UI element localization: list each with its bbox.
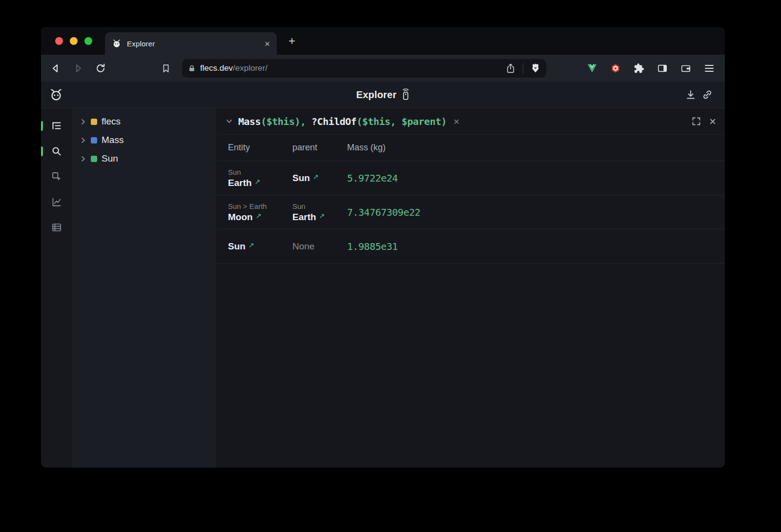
browser-tab[interactable]: Explorer × [105, 32, 277, 55]
url-domain: flecs.dev [200, 63, 233, 73]
inspector-panel-icon[interactable] [45, 164, 68, 189]
active-indicator [41, 146, 43, 156]
tree-item-label: Mass [102, 135, 123, 145]
browser-window: Explorer × + flecs.dev/explorer/ [41, 27, 725, 468]
share-icon[interactable] [506, 63, 515, 74]
url-path: /explorer/ [233, 63, 267, 73]
chevron-right-icon[interactable] [81, 119, 85, 125]
bookmark-button[interactable] [158, 60, 174, 77]
entity-link[interactable]: Sun ↗ [292, 173, 347, 184]
zoom-window-button[interactable] [84, 37, 92, 45]
chart-panel-icon[interactable] [45, 189, 68, 215]
parent-none: None [292, 241, 347, 252]
query-expression[interactable]: Mass($this), ?ChildOf($this, $parent) [238, 116, 447, 127]
link-icon[interactable] [700, 88, 714, 102]
entity-cell: Sun Earth ↗ [228, 168, 292, 188]
tab-strip: Explorer × + [41, 27, 725, 55]
column-header-entity: Entity [228, 143, 292, 153]
flecs-favicon [112, 39, 122, 48]
extensions-area [584, 60, 718, 77]
table-header: Entity parent Mass (kg) [217, 135, 725, 161]
mass-value: 5.9722e24 [347, 172, 725, 184]
forward-button[interactable] [70, 60, 86, 77]
external-link-icon[interactable]: ↗ [313, 173, 319, 181]
table-row: Sun ↗ None 1.9885e31 [217, 229, 725, 264]
header-actions [683, 88, 717, 102]
table-row: Sun Earth ↗ Sun ↗ 5.9722e24 [217, 161, 725, 195]
external-link-icon[interactable]: ↗ [255, 178, 261, 185]
entity-link[interactable]: Sun ↗ [228, 241, 292, 252]
close-panel-icon[interactable]: × [709, 116, 716, 127]
query-panel: Mass($this), ?ChildOf($this, $parent) × … [217, 108, 725, 468]
column-header-parent: parent [292, 143, 347, 153]
entity-link[interactable]: Moon ↗ [228, 212, 292, 223]
new-tab-button[interactable]: + [285, 34, 299, 48]
tree-item-mass[interactable]: Mass [72, 131, 217, 149]
entity-path: Sun > Earth [228, 202, 292, 210]
vue-extension-icon[interactable] [584, 60, 600, 77]
chevron-right-icon[interactable] [81, 156, 85, 162]
search-panel-icon[interactable] [45, 139, 68, 164]
tree-item-flecs[interactable]: flecs [72, 112, 217, 131]
external-link-icon[interactable]: ↗ [319, 212, 325, 220]
fullscreen-icon[interactable] [692, 117, 701, 126]
entity-path: Sun [292, 202, 347, 210]
external-link-icon[interactable]: ↗ [248, 241, 254, 249]
mass-cell: 1.9885e31 [347, 241, 725, 252]
mass-cell: 5.9722e24 [347, 172, 725, 184]
browser-toolbar: flecs.dev/explorer/ [41, 55, 725, 82]
page-title: Explorer [356, 89, 410, 101]
explorer-header: Explorer [41, 82, 725, 108]
reload-button[interactable] [92, 60, 109, 77]
entity-color-swatch [91, 119, 97, 125]
entity-tree-panel: flecs Mass Sun [72, 108, 217, 468]
brave-shield-icon[interactable] [531, 62, 540, 74]
external-link-icon[interactable]: ↗ [256, 212, 262, 220]
page-title-text: Explorer [356, 89, 397, 101]
tree-panel-icon[interactable] [45, 113, 68, 139]
minimize-window-button[interactable] [70, 37, 78, 45]
lock-icon[interactable] [188, 64, 196, 72]
traffic-lights [55, 37, 92, 45]
mass-value: 1.9885e31 [347, 241, 725, 252]
extensions-puzzle-icon[interactable] [631, 60, 647, 77]
parent-cell: Sun ↗ [292, 173, 347, 184]
mass-value: 7.34767309e22 [347, 206, 725, 218]
entity-color-swatch [91, 137, 97, 143]
table-row: Sun > Earth Moon ↗ Sun Earth ↗ 7.3476730… [217, 195, 725, 229]
tab-close-icon[interactable]: × [265, 39, 270, 48]
flecs-logo[interactable] [49, 87, 63, 102]
remote-icon[interactable] [402, 89, 410, 101]
tab-title: Explorer [127, 40, 259, 48]
query-header: Mass($this), ?ChildOf($this, $parent) × … [217, 108, 725, 135]
stats-panel-icon[interactable] [45, 215, 68, 240]
mass-cell: 7.34767309e22 [347, 206, 725, 218]
close-window-button[interactable] [55, 37, 63, 45]
chevron-right-icon[interactable] [81, 137, 85, 143]
wallet-icon[interactable] [678, 60, 694, 77]
entity-path: Sun [228, 168, 292, 176]
back-button[interactable] [47, 60, 64, 77]
entity-link[interactable]: Earth ↗ [228, 178, 292, 188]
parent-cell: None [292, 241, 347, 252]
content-area: flecs Mass Sun [41, 108, 725, 468]
active-indicator [41, 121, 43, 131]
hexagon-extension-icon[interactable] [607, 60, 624, 77]
entity-color-swatch [91, 156, 97, 162]
url-bar[interactable]: flecs.dev/explorer/ [182, 59, 546, 78]
entity-link[interactable]: Earth ↗ [292, 212, 347, 223]
entity-cell: Sun > Earth Moon ↗ [228, 202, 292, 223]
chevron-down-icon[interactable] [226, 119, 232, 123]
clear-query-icon[interactable]: × [453, 116, 459, 126]
divider [523, 63, 523, 74]
url-text: flecs.dev/explorer/ [200, 63, 506, 73]
side-panel-icon[interactable] [654, 60, 671, 77]
column-header-mass: Mass (kg) [347, 143, 725, 153]
tree-item-sun[interactable]: Sun [72, 149, 217, 168]
panel-rail [41, 108, 72, 468]
tree-item-label: Sun [102, 153, 118, 164]
menu-icon[interactable] [701, 60, 718, 77]
tree-item-label: flecs [102, 116, 121, 127]
parent-cell: Sun Earth ↗ [292, 202, 347, 223]
download-icon[interactable] [683, 88, 698, 102]
